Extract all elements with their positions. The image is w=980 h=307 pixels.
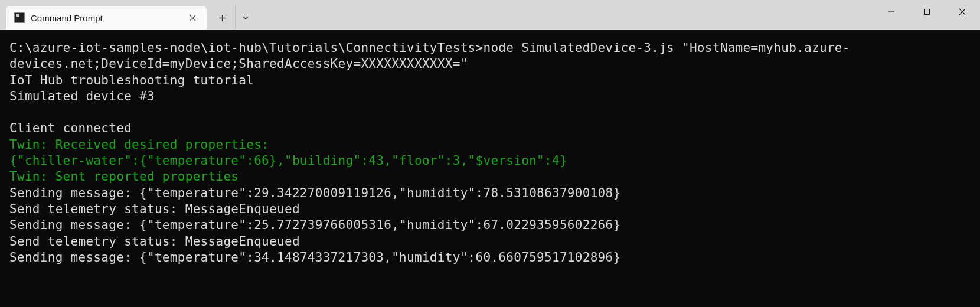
terminal-line: {"chiller-water":{"temperature":66},"bui… [9, 153, 971, 169]
tab-title: Command Prompt [31, 13, 187, 23]
terminal-line: Sending message: {"temperature":34.14874… [9, 250, 971, 266]
terminal-line: Sending message: {"temperature":29.34227… [9, 185, 971, 201]
new-tab-button[interactable] [210, 6, 234, 30]
svg-rect-0 [925, 9, 930, 15]
terminal-line: Twin: Sent reported properties [9, 169, 971, 185]
terminal-icon [14, 12, 25, 23]
minimize-icon [888, 8, 895, 15]
close-window-button[interactable] [945, 0, 980, 24]
terminal-line: Simulated device #3 [9, 89, 971, 104]
terminal-line: Twin: Received desired properties: [9, 137, 971, 153]
maximize-icon [923, 8, 930, 15]
terminal-line [9, 104, 971, 120]
terminal-line: C:\azure-iot-samples-node\iot-hub\Tutori… [9, 40, 971, 73]
terminal-output[interactable]: C:\azure-iot-samples-node\iot-hub\Tutori… [0, 30, 980, 307]
close-icon [190, 15, 196, 21]
maximize-button[interactable] [909, 0, 945, 24]
tab-close-button[interactable] [187, 12, 198, 24]
plus-icon [218, 14, 226, 22]
minimize-button[interactable] [874, 0, 909, 24]
terminal-line: IoT Hub troubleshooting tutorial [9, 73, 971, 89]
terminal-line: Client connected [9, 120, 971, 136]
title-bar: Command Prompt [0, 0, 980, 30]
tab-dropdown-button[interactable] [235, 6, 255, 30]
tab-area: Command Prompt [0, 0, 255, 30]
tab-command-prompt[interactable]: Command Prompt [6, 6, 207, 30]
chevron-down-icon [242, 14, 249, 21]
terminal-line: Send telemetry status: MessageEnqueued [9, 234, 971, 250]
window-controls [874, 0, 980, 24]
close-icon [959, 8, 966, 15]
terminal-line: Send telemetry status: MessageEnqueued [9, 201, 971, 217]
terminal-line: Sending message: {"temperature":25.77273… [9, 217, 971, 233]
